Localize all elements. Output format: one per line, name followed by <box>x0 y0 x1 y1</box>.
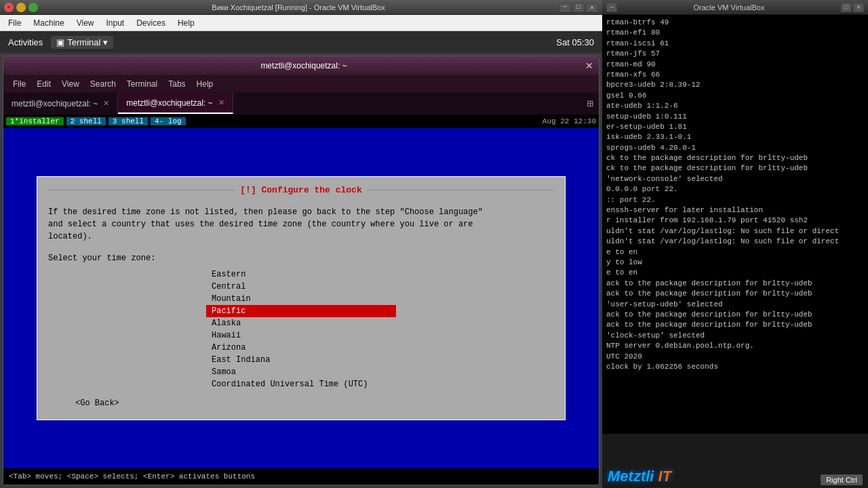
log-line: isk-udeb 2.33.1-0.1 <box>606 132 864 142</box>
timezone-item-0[interactable]: Eastern <box>206 268 396 281</box>
dialog-title-text: [!] Configure the clock <box>235 185 367 195</box>
log-line: clock by 1.062256 seconds <box>606 362 864 372</box>
installer-area[interactable]: [!] Configure the clock If the desired t… <box>3 128 599 468</box>
term-menu-terminal[interactable]: Terminal <box>123 78 161 90</box>
vbox-window: ✕ Вики Xochiquetzal [Running] - Oracle V… <box>0 0 602 488</box>
log-line: 'network-console' selected <box>606 174 864 184</box>
term-menu-view[interactable]: View <box>58 78 83 90</box>
timezone-item-5[interactable]: Hawaii <box>206 329 396 342</box>
log-line: 0.0.0.0 port 22. <box>606 184 864 195</box>
log-line: er-setup-udeb 1.81 <box>606 122 864 132</box>
term-display: [!] Configure the clock If the desired t… <box>3 128 599 468</box>
gnome-terminal-button[interactable]: ▣ Terminal ▾ <box>51 36 113 49</box>
log-line: e to en <box>606 268 864 278</box>
log-line: ck to the package description for brltty… <box>606 153 864 163</box>
terminal-tab-2[interactable]: metztli@xochiquetzal: ~ ✕ <box>118 93 233 114</box>
log-line: 'user-setup-udeb' selected <box>606 300 864 310</box>
gnome-activities-button[interactable]: Activities <box>8 37 43 47</box>
right-maximize-button[interactable]: □ <box>841 3 852 12</box>
term-menu-edit[interactable]: Edit <box>33 78 55 90</box>
tmux-datetime: Aug 22 12:30 <box>542 117 596 125</box>
log-line: ack to the package description for brltt… <box>606 279 864 289</box>
go-back-button[interactable]: <Go Back> <box>75 399 554 408</box>
vbox-menu-view[interactable]: View <box>71 17 100 29</box>
statusbar-text: <Tab> moves; <Space> selects; <Enter> ac… <box>9 472 255 481</box>
dialog-body-line3: located). <box>48 232 92 241</box>
timezone-list: EasternCentralMountainPacificAlaskaHawai… <box>48 268 554 390</box>
timezone-item-1[interactable]: Central <box>206 281 396 293</box>
terminal-tabs: metztli@xochiquetzal: ~ ✕ metztli@xochiq… <box>3 93 599 115</box>
vbox-title-text: Вики Xochiquetzal [Running] - Oracle VM … <box>38 3 559 12</box>
tmux-pane-4[interactable]: 4- log <box>151 117 186 125</box>
tab-add-button[interactable]: ⊞ <box>581 93 599 114</box>
dialog-title-line-left <box>48 190 235 190</box>
vbox-menubar: File Machine View Input Devices Help <box>0 15 602 31</box>
log-line: rtman-iscsi 61 <box>606 39 864 49</box>
terminal-titlebar: metztli@xochiquetzal: ~ ✕ <box>3 56 599 75</box>
log-line: enssh-server for later installation <box>606 205 864 216</box>
gnome-terminal-label: Terminal <box>67 37 100 47</box>
gnome-clock: Sat 05:30 <box>556 37 594 47</box>
log-line: e to en <box>606 247 864 258</box>
dialog-title-line-right <box>368 190 554 190</box>
configure-dialog: [!] Configure the clock If the desired t… <box>37 176 566 420</box>
log-line: ck to the package description for brltty… <box>606 163 864 174</box>
vbox-menu-file[interactable]: File <box>3 17 26 29</box>
select-timezone-label: Select your time zone: <box>48 253 554 263</box>
right-panel: ─ Oracle VM VirtualBox □ ✕ rtman-btrfs 4… <box>602 0 868 488</box>
term-menu-file[interactable]: File <box>9 78 30 90</box>
timezone-item-3[interactable]: Pacific <box>206 305 396 317</box>
term-menu-help[interactable]: Help <box>193 78 218 90</box>
vbox-menu-machine[interactable]: Machine <box>28 17 69 29</box>
right-titlebar: ─ Oracle VM VirtualBox □ ✕ <box>602 0 868 15</box>
vbox-win-controls: ─ □ ✕ <box>559 3 598 12</box>
timezone-item-6[interactable]: Arizona <box>206 342 396 354</box>
vbox-close-button[interactable]: ✕ <box>586 3 598 12</box>
timezone-item-9[interactable]: Coordinated Universal Time (UTC) <box>206 378 396 390</box>
metztli-text: Metztli <box>608 468 654 485</box>
log-line: rtman-jfs 57 <box>606 49 864 59</box>
tmux-panes: 1*installer 2 shell 3 shell 4- log <box>6 117 186 125</box>
timezone-item-8[interactable]: Samoa <box>206 366 396 378</box>
terminal-menubar: File Edit View Search Terminal Tabs Help <box>3 75 599 93</box>
timezone-item-4[interactable]: Alaska <box>206 317 396 329</box>
vbox-minimize-button[interactable]: ─ <box>559 3 571 12</box>
metztli-it-text: IT <box>654 468 671 485</box>
timezone-item-2[interactable]: Mountain <box>206 293 396 305</box>
tab-1-close-icon[interactable]: ✕ <box>103 99 109 108</box>
vbox-maximize-button[interactable]: □ <box>572 3 585 12</box>
terminal-tab-1[interactable]: metztli@xochiquetzal: ~ ✕ <box>3 93 118 114</box>
term-menu-tabs[interactable]: Tabs <box>164 78 189 90</box>
right-title-text: Oracle VM VirtualBox <box>617 3 841 12</box>
terminal-content: 1*installer 2 shell 3 shell 4- log Aug 2… <box>3 115 599 485</box>
log-line: uldn't stat /var/log/lastlog: No such fi… <box>606 237 864 247</box>
log-line: UTC 2020 <box>606 352 864 362</box>
right-ctrl-badge: Right Ctrl <box>821 474 863 485</box>
vbox-menu-help[interactable]: Help <box>172 17 200 29</box>
log-line: gsel 0.66 <box>606 91 864 101</box>
log-line: uldn't stat /var/log/lastlog: No such fi… <box>606 226 864 237</box>
term-menu-search[interactable]: Search <box>86 78 120 90</box>
tmux-pane-3[interactable]: 3 shell <box>108 117 148 125</box>
tmux-pane-1[interactable]: 1*installer <box>6 117 64 125</box>
gnome-terminal-icon: ▣ <box>56 37 64 47</box>
terminal-title: metztli@xochiquetzal: ~ <box>22 61 585 70</box>
log-line: ack to the package description for brltt… <box>606 320 864 330</box>
log-line: 'clock-setup' selected <box>606 331 864 341</box>
tab-2-close-icon[interactable]: ✕ <box>218 98 224 107</box>
timezone-item-7[interactable]: East Indiana <box>206 354 396 366</box>
vbox-titlebar-icons: ✕ <box>4 3 38 12</box>
right-close-button[interactable]: ✕ <box>853 3 864 12</box>
log-line: rtman-xfs 66 <box>606 70 864 80</box>
vbox-menu-input[interactable]: Input <box>101 17 130 29</box>
tmux-pane-2[interactable]: 2 shell <box>66 117 106 125</box>
vbox-titlebar: ✕ Вики Xochiquetzal [Running] - Oracle V… <box>0 0 602 15</box>
vbox-menu-devices[interactable]: Devices <box>131 17 171 29</box>
right-minimize-button[interactable]: ─ <box>606 3 617 12</box>
log-line: ate-udeb 1:1.2-6 <box>606 101 864 111</box>
log-line: r installer from 192.168.1.79 port 41520… <box>606 216 864 226</box>
terminal-close-button[interactable]: ✕ <box>585 61 593 70</box>
terminal-window: metztli@xochiquetzal: ~ ✕ File Edit View… <box>3 56 599 485</box>
vbox-icon-red: ✕ <box>4 3 14 12</box>
dialog-body-line1: If the desired time zone is not listed, … <box>48 207 483 217</box>
